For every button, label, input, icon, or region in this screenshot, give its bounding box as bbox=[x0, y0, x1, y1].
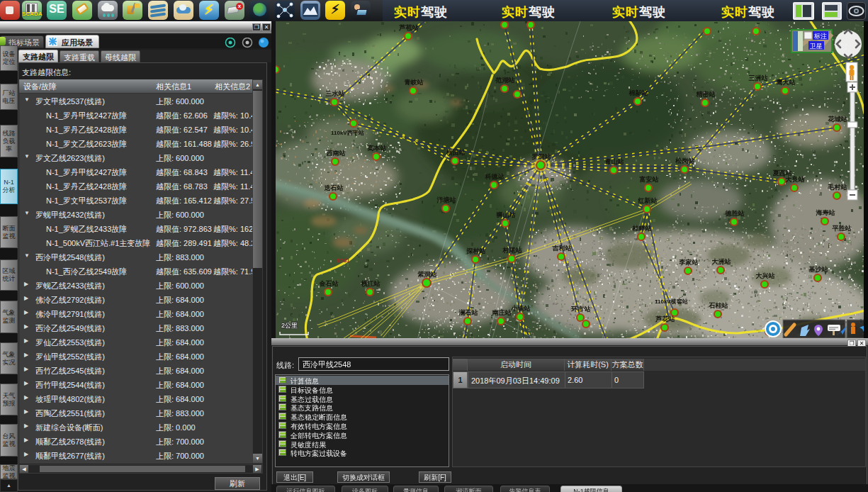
svg-text:洋塘站: 洋塘站 bbox=[436, 196, 456, 203]
svg-text:富安站: 富安站 bbox=[640, 175, 659, 183]
svg-text:罗洞站: 罗洞站 bbox=[531, 153, 551, 160]
svg-text:毛村站: 毛村站 bbox=[828, 184, 847, 191]
svg-text:三洲站: 三洲站 bbox=[749, 74, 768, 82]
svg-text:红新站: 红新站 bbox=[638, 197, 658, 204]
svg-text:110kV西平站: 110kV西平站 bbox=[331, 130, 364, 136]
svg-text:大良站: 大良站 bbox=[786, 176, 805, 183]
svg-text:S531: S531 bbox=[337, 257, 350, 264]
svg-text:李家站: 李家站 bbox=[679, 259, 699, 266]
svg-text:深村站: 深村站 bbox=[466, 247, 486, 255]
svg-text:鹰大站: 鹰大站 bbox=[776, 79, 796, 86]
svg-text:狮山站: 狮山站 bbox=[496, 211, 516, 218]
svg-text:村尾站: 村尾站 bbox=[502, 247, 522, 254]
svg-text:大洲站: 大洲站 bbox=[712, 258, 731, 265]
svg-text:迭石站: 迭石站 bbox=[325, 184, 344, 191]
svg-text:西南站: 西南站 bbox=[326, 150, 346, 157]
svg-text:环市站: 环市站 bbox=[571, 306, 591, 313]
svg-text:芦苞站: 芦苞站 bbox=[399, 24, 419, 31]
svg-text:2公里: 2公里 bbox=[281, 322, 298, 329]
svg-text:花城站: 花城站 bbox=[828, 116, 847, 123]
svg-text:石桂站: 石桂站 bbox=[709, 302, 728, 309]
svg-text:紫洞站: 紫洞站 bbox=[417, 271, 437, 278]
svg-text:吉利站: 吉利站 bbox=[552, 245, 572, 252]
svg-text:标注: 标注 bbox=[813, 33, 827, 40]
svg-text:三水站: 三水站 bbox=[326, 90, 345, 97]
svg-text:卫星: 卫星 bbox=[809, 43, 823, 50]
svg-text:青岐站: 青岐站 bbox=[405, 79, 424, 86]
svg-text:范湖站: 范湖站 bbox=[495, 77, 515, 84]
svg-text:平胜站: 平胜站 bbox=[832, 225, 852, 232]
svg-text:高本站: 高本站 bbox=[368, 145, 387, 152]
svg-text:澜石站: 澜石站 bbox=[459, 309, 478, 316]
svg-text:110kV横窖站: 110kV横窖站 bbox=[655, 298, 688, 305]
svg-text:桂畔站: 桂畔站 bbox=[632, 225, 652, 232]
svg-text:金石站: 金石站 bbox=[319, 280, 339, 287]
svg-text:青山站: 青山站 bbox=[605, 158, 624, 165]
svg-text:德胜站: 德胜站 bbox=[725, 210, 745, 217]
svg-text:南庄站: 南庄站 bbox=[492, 309, 512, 316]
svg-text:棉新站: 棉新站 bbox=[629, 89, 648, 96]
svg-text:精密站: 精密站 bbox=[696, 91, 716, 98]
svg-text:小塘站: 小塘站 bbox=[511, 305, 531, 312]
svg-text:大兴站: 大兴站 bbox=[756, 272, 775, 279]
svg-text:横田站: 横田站 bbox=[446, 149, 466, 156]
svg-text:松岗站: 松岗站 bbox=[675, 157, 695, 164]
svg-text:芦花站: 芦花站 bbox=[655, 315, 675, 323]
svg-text:科德站: 科德站 bbox=[485, 173, 505, 180]
svg-text:横江站: 横江站 bbox=[361, 280, 381, 287]
svg-text:海寿站: 海寿站 bbox=[816, 209, 835, 216]
svg-text:基沙站: 基沙站 bbox=[808, 266, 828, 273]
